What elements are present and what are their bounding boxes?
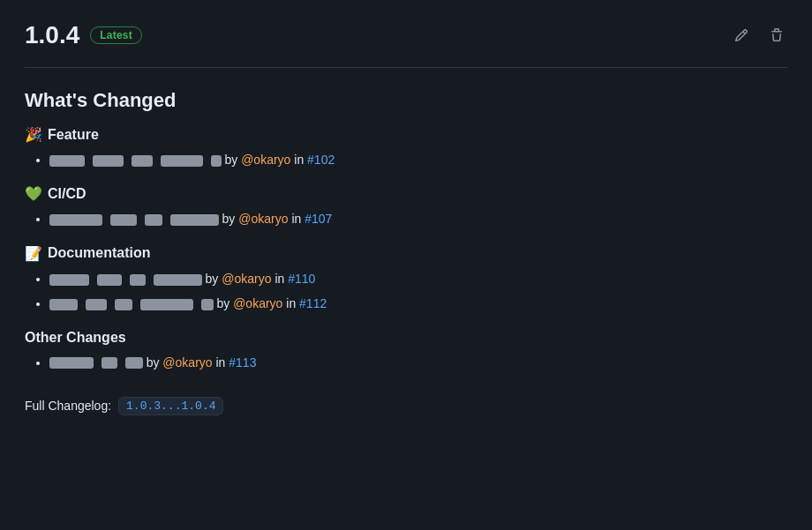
blurred-text <box>132 155 153 167</box>
blurred-text <box>49 274 89 286</box>
pr-link[interactable]: #112 <box>299 296 327 310</box>
feature-emoji: 🎉 <box>25 126 42 143</box>
docs-list: by @okaryo in #110 by @okaryo in #112 <box>25 269 787 314</box>
blurred-text <box>154 274 202 286</box>
whats-changed-heading: What's Changed <box>25 89 787 112</box>
user-link[interactable]: @okaryo <box>238 212 288 226</box>
latest-badge: Latest <box>90 26 142 44</box>
user-link[interactable]: @okaryo <box>233 296 282 310</box>
in-label: in <box>291 212 304 226</box>
blurred-text <box>110 214 137 226</box>
other-changes-list: by @okaryo in #113 <box>25 353 787 372</box>
blurred-text <box>201 299 214 310</box>
list-item: by @okaryo in #112 <box>49 294 787 313</box>
cicd-list: by @okaryo in #107 <box>25 209 787 228</box>
blurred-text <box>49 357 94 369</box>
category-documentation: 📝 Documentation by @okaryo in #110 <box>25 245 787 314</box>
documentation-title: 📝 Documentation <box>25 245 787 262</box>
list-item: by @okaryo in #107 <box>49 209 787 228</box>
version-title: 1.0.4 <box>25 21 79 49</box>
user-link[interactable]: @okaryo <box>222 272 271 286</box>
pr-link[interactable]: #107 <box>304 212 332 226</box>
header-divider <box>25 67 787 68</box>
header-actions <box>731 25 787 46</box>
by-label: by <box>224 153 241 167</box>
pr-link[interactable]: #110 <box>288 272 315 286</box>
blurred-text <box>49 155 85 167</box>
blurred-text <box>161 155 203 167</box>
blurred-text <box>140 299 193 310</box>
blurred-text <box>211 155 222 167</box>
blurred-text <box>125 357 143 369</box>
edit-button[interactable] <box>731 25 752 46</box>
cicd-title: 💚 CI/CD <box>25 185 787 202</box>
edit-icon <box>734 28 748 42</box>
changelog-link[interactable]: 1.0.3...1.0.4 <box>118 397 223 415</box>
delete-icon <box>770 28 784 42</box>
by-label: by <box>206 272 222 286</box>
blurred-text <box>97 274 122 286</box>
cicd-emoji: 💚 <box>25 185 42 202</box>
by-label: by <box>216 296 233 310</box>
full-changelog-row: Full Changelog: 1.0.3...1.0.4 <box>25 397 787 415</box>
pr-link[interactable]: #102 <box>307 153 335 167</box>
in-label: in <box>286 296 299 310</box>
feature-label: Feature <box>48 127 99 143</box>
feature-list: by @okaryo in #102 <box>25 150 787 169</box>
release-header: 1.0.4 Latest <box>25 21 787 49</box>
in-label: in <box>274 272 288 286</box>
blurred-text <box>170 214 219 226</box>
blurred-text <box>93 155 124 167</box>
other-changes-title: Other Changes <box>25 330 787 346</box>
docs-emoji: 📝 <box>25 245 42 262</box>
blurred-text <box>49 299 78 310</box>
blurred-text <box>115 299 132 310</box>
blurred-text <box>102 357 117 369</box>
blurred-text <box>49 214 102 226</box>
user-link[interactable]: @okaryo <box>162 355 212 370</box>
category-cicd: 💚 CI/CD by @okaryo in #107 <box>25 185 787 228</box>
user-link[interactable]: @okaryo <box>241 153 290 167</box>
list-item: by @okaryo in #110 <box>49 269 787 288</box>
pr-link[interactable]: #113 <box>229 355 256 370</box>
docs-label: Documentation <box>48 245 150 261</box>
blurred-text <box>130 274 146 286</box>
list-item: by @okaryo in #102 <box>49 150 787 169</box>
title-area: 1.0.4 Latest <box>25 21 142 49</box>
delete-button[interactable] <box>766 25 787 46</box>
in-label: in <box>294 153 307 167</box>
cicd-label: CI/CD <box>48 186 86 202</box>
blurred-text <box>86 299 107 310</box>
list-item: by @okaryo in #113 <box>49 353 787 372</box>
by-label: by <box>222 212 239 226</box>
in-label: in <box>215 355 229 370</box>
feature-title: 🎉 Feature <box>25 126 787 143</box>
by-label: by <box>147 355 163 370</box>
category-other-changes: Other Changes by @okaryo in #113 <box>25 330 787 372</box>
blurred-text <box>145 214 162 226</box>
category-feature: 🎉 Feature by @okaryo in #102 <box>25 126 787 169</box>
full-changelog-label: Full Changelog: <box>25 399 111 413</box>
